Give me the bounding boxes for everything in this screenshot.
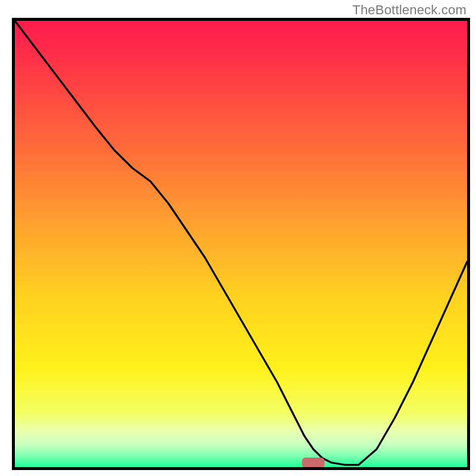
- attribution-text: TheBottleneck.com: [352, 2, 466, 18]
- plot-area: [12, 18, 470, 470]
- chart-root: TheBottleneck.com: [0, 0, 476, 476]
- svg-rect-1: [302, 458, 325, 467]
- optimal-marker: [15, 21, 467, 467]
